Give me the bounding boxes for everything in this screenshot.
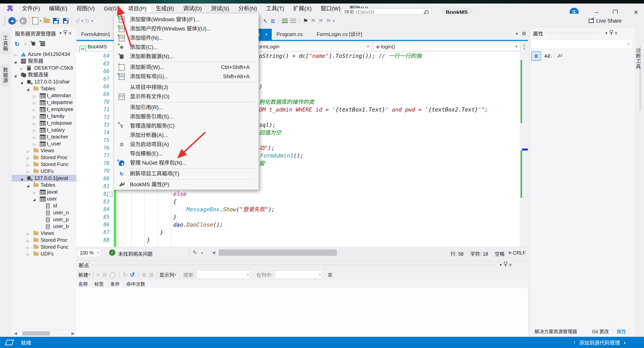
tab-program-cs[interactable]: Program.cs: [272, 29, 306, 40]
tree-item-user_n[interactable]: user_n: [12, 209, 76, 216]
grid-header-3[interactable]: 命中次数: [124, 280, 152, 288]
window-position-dropdown[interactable]: ▼: [604, 31, 608, 35]
navigate-forward-button[interactable]: ▶: [20, 17, 27, 24]
tab-formlogin-design[interactable]: FormLogin.cs [设计]: [313, 29, 366, 40]
menu-item-10[interactable]: 添加引用(R)...: [114, 103, 258, 112]
menubar-item-n[interactable]: 分析(N): [234, 4, 262, 13]
scroll-left-arrow[interactable]: ◀: [212, 250, 215, 255]
menu-item-17[interactable]: ↻刷新项目工具箱项(T): [114, 169, 258, 178]
menubar-item-d[interactable]: 调试(D): [178, 4, 206, 13]
tab-solution-explorer[interactable]: 解决方案资源管理器: [532, 327, 580, 337]
class-dropdown[interactable]: FormLogin ▼: [252, 42, 372, 51]
code-line-77[interactable]: FormAdmin1();: [260, 152, 304, 160]
code-line-70[interactable]: 例化数据库的操作的类: [259, 98, 314, 106]
menubar-item-f[interactable]: 文件(F): [17, 4, 44, 13]
live-share[interactable]: ↗ Live Share: [589, 14, 622, 28]
menu-item-13[interactable]: 添加分析器(A)...: [114, 131, 258, 140]
tree-expander[interactable]: ▷: [33, 120, 36, 126]
tree-expander[interactable]: ▷: [27, 231, 29, 237]
close-panel-icon[interactable]: ×: [509, 262, 512, 268]
tree-expander[interactable]: ▷: [27, 244, 29, 250]
uncomment-lines-button[interactable]: [290, 19, 296, 23]
navigate-back-button[interactable]: ◀: [8, 17, 16, 24]
column-settings-icon[interactable]: ≣: [328, 271, 332, 278]
menubar-item-b[interactable]: 生成(B): [151, 4, 178, 13]
tree-item-storedfunc[interactable]: ▷Stored Func: [12, 161, 76, 168]
menu-item-6[interactable]: 添加新项(W)...Ctrl+Shift+A: [114, 63, 258, 72]
tree-expander[interactable]: ◢: [33, 196, 36, 202]
undo-dropdown[interactable]: ▾: [82, 19, 83, 23]
collapse-toggle[interactable]: –: [108, 192, 112, 197]
code-line-83[interactable]: {: [173, 198, 176, 206]
breakpoint-search-combo[interactable]: ▾: [197, 271, 250, 279]
tab-properties[interactable]: 属性: [613, 327, 630, 337]
refresh-button[interactable]: ↻: [14, 41, 20, 48]
tree-item-udfs[interactable]: ▷UDFs: [12, 168, 76, 175]
sidebar-tab-data-sources[interactable]: 数据源: [1, 64, 10, 86]
next-bookmark-button[interactable]: ⚑: [318, 17, 324, 24]
tree-expander[interactable]: ◢: [20, 79, 23, 85]
tree-expander[interactable]: ◢: [14, 58, 16, 64]
delete-breakpoint-button[interactable]: ×: [96, 271, 100, 278]
background-tasks-icon[interactable]: [5, 340, 14, 345]
tree-expander[interactable]: ◢: [20, 175, 23, 182]
menu-item-5[interactable]: 添加新数据源(N)...: [114, 52, 258, 61]
clear-bookmarks-button[interactable]: ⚑: [326, 17, 331, 24]
close-panel-icon[interactable]: ×: [68, 30, 72, 36]
sidebar-tab-diagnostic-tools[interactable]: 诊断工具: [634, 45, 642, 72]
tree-item-user[interactable]: ◢user: [12, 195, 76, 202]
menu-item-11[interactable]: 添加服务引用(S)...: [114, 112, 258, 121]
columns-list-icon[interactable]: ≣: [149, 271, 154, 278]
back-dropdown[interactable]: ▾: [16, 19, 18, 23]
scroll-left-arrow[interactable]: ◀: [14, 331, 17, 336]
tree-expander[interactable]: ▷: [33, 107, 36, 113]
close-tab-icon[interactable]: ×: [265, 32, 268, 37]
tree-item-t_departme[interactable]: ▷t_departme: [12, 99, 76, 106]
code-line-76[interactable]: 功");: [259, 144, 275, 152]
code-line-73[interactable]: sql);: [259, 121, 276, 129]
tree-item-views[interactable]: ▷Views: [12, 147, 76, 154]
tree-item-[interactable]: ◢数据连接: [12, 71, 76, 78]
menubar-item-e[interactable]: 编辑(E): [44, 4, 72, 13]
menubar-item-v[interactable]: 视图(V): [72, 4, 99, 13]
tree-expander[interactable]: ▷: [33, 113, 36, 120]
tree-item-udfs[interactable]: ▷UDFs: [12, 250, 76, 257]
scroll-right-arrow[interactable]: ▶: [509, 250, 512, 255]
code-cleanup-icon[interactable]: ✎: [192, 249, 197, 256]
tree-item-storedproc[interactable]: ▷Stored Proc: [12, 237, 76, 244]
connect-database-button[interactable]: [32, 42, 35, 46]
tree-item-t_teacher[interactable]: ▷t_teacher: [12, 133, 76, 140]
breakpoints-grid-body[interactable]: [76, 288, 528, 337]
code-line-86[interactable]: dao.DaoClose();: [173, 221, 223, 229]
menu-item-1[interactable]: 添加窗体(Windows 窗体)(F)...: [114, 15, 258, 24]
tree-expander[interactable]: ▷: [27, 237, 29, 244]
tree-item-user_p[interactable]: user_p: [12, 216, 76, 223]
new-breakpoint-dropdown[interactable]: ▾: [88, 273, 90, 277]
tree-item-127.0.0.1cshar[interactable]: ◢127.0.0.1(cshar: [12, 78, 76, 85]
tab-formadmin1[interactable]: FormAdmin1: [77, 29, 114, 40]
menu-item-12[interactable]: ↯管理连接的服务(C): [114, 121, 258, 131]
code-line-87[interactable]: }: [160, 229, 164, 236]
sidebar-tab-toolbox[interactable]: 工具箱: [1, 33, 10, 54]
pin-icon[interactable]: [505, 264, 506, 267]
select-mode-icon[interactable]: ↖: [263, 17, 268, 24]
eol-indicator[interactable]: CRLF: [513, 250, 526, 256]
redo-button[interactable]: ↻: [85, 17, 90, 24]
menu-item-4[interactable]: ❖添加类(C)...: [114, 43, 258, 52]
tree-item-t_user[interactable]: ▷t_user: [12, 140, 76, 147]
menu-item-14[interactable]: ⚙设为启动项目(A): [114, 140, 258, 149]
tree-item-tables[interactable]: ◢Tables: [12, 182, 76, 188]
tree-expander[interactable]: ▷: [27, 155, 29, 161]
tree-item-[interactable]: ◢服务器: [12, 58, 76, 64]
in-column-combo[interactable]: ▾: [275, 271, 322, 279]
toggle-bookmark-button[interactable]: ⚑: [303, 17, 308, 24]
close-panel-icon[interactable]: ×: [614, 30, 618, 36]
tab-options-gear-icon[interactable]: ⚙: [522, 31, 526, 37]
menubar-item-w[interactable]: 窗口(W): [316, 4, 345, 13]
redo-dropdown[interactable]: ▾: [91, 19, 93, 23]
menubar-item-s[interactable]: 测试(S): [206, 4, 234, 13]
code-cleanup-dropdown[interactable]: ▾: [201, 251, 203, 255]
tree-expander[interactable]: ▷: [27, 148, 29, 154]
menu-item-3[interactable]: 添加组件(N)...: [114, 33, 258, 43]
tree-item-tables[interactable]: ◢Tables: [12, 85, 76, 92]
